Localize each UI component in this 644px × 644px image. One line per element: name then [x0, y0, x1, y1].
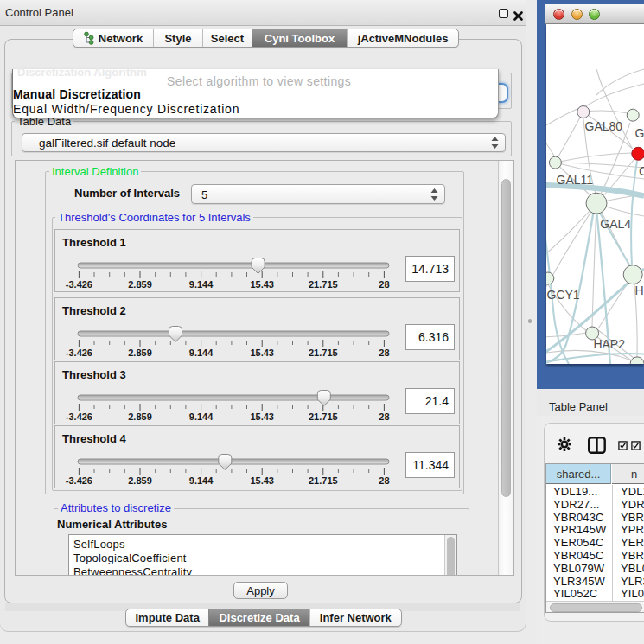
- svg-text:9.144: 9.144: [189, 411, 214, 422]
- svg-text:28: 28: [379, 411, 389, 422]
- svg-text:9.144: 9.144: [189, 348, 214, 358]
- svg-text:-3.426: -3.426: [66, 475, 92, 486]
- svg-text:-3.426: -3.426: [66, 411, 92, 422]
- svg-text:28: 28: [379, 279, 389, 290]
- svg-text:2.859: 2.859: [128, 411, 152, 422]
- svg-text:15.43: 15.43: [250, 475, 274, 486]
- svg-text:H: H: [635, 284, 644, 297]
- svg-text:-3.426: -3.426: [66, 348, 92, 358]
- svg-text:15.43: 15.43: [250, 279, 274, 290]
- svg-text:21.715: 21.715: [309, 348, 338, 358]
- svg-text:2.859: 2.859: [128, 348, 152, 358]
- svg-text:28: 28: [379, 348, 389, 358]
- svg-text:21.715: 21.715: [309, 475, 338, 486]
- svg-text:HAP2: HAP2: [593, 337, 625, 351]
- svg-text:C: C: [639, 164, 644, 178]
- svg-text:2.859: 2.859: [128, 279, 152, 290]
- svg-text:21.715: 21.715: [309, 411, 338, 422]
- svg-text:2.859: 2.859: [128, 475, 152, 486]
- svg-text:15.43: 15.43: [250, 348, 274, 358]
- svg-text:9.144: 9.144: [189, 279, 214, 290]
- svg-text:GAL80: GAL80: [585, 119, 623, 133]
- svg-text:GA: GA: [635, 126, 644, 140]
- svg-text:GAL4: GAL4: [600, 217, 631, 231]
- svg-text:-3.426: -3.426: [66, 279, 92, 290]
- svg-text:28: 28: [379, 475, 389, 486]
- svg-text:21.715: 21.715: [309, 279, 338, 290]
- svg-text:GCY1: GCY1: [547, 288, 580, 302]
- svg-text:15.43: 15.43: [250, 411, 274, 422]
- svg-text:9.144: 9.144: [189, 475, 214, 486]
- svg-text:GAL11: GAL11: [557, 173, 594, 187]
